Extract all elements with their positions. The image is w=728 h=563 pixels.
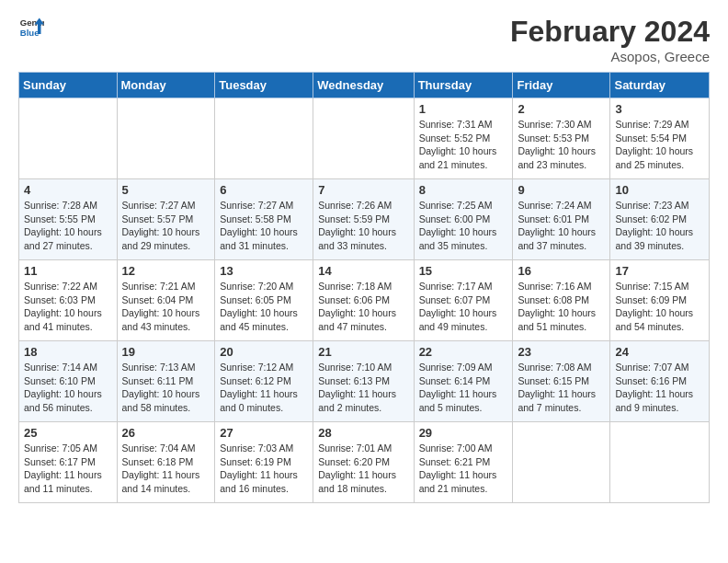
calendar-cell: 24Sunrise: 7:07 AM Sunset: 6:16 PM Dayli…: [610, 341, 710, 422]
day-info: Sunrise: 7:18 AM Sunset: 6:06 PM Dayligh…: [318, 280, 408, 334]
day-info: Sunrise: 7:16 AM Sunset: 6:08 PM Dayligh…: [518, 280, 605, 334]
day-number: 15: [419, 264, 508, 278]
calendar-cell: 20Sunrise: 7:12 AM Sunset: 6:12 PM Dayli…: [215, 341, 313, 422]
day-info: Sunrise: 7:07 AM Sunset: 6:16 PM Dayligh…: [615, 361, 704, 415]
month-year-title: February 2024: [510, 15, 710, 49]
calendar-cell: 17Sunrise: 7:15 AM Sunset: 6:09 PM Dayli…: [610, 260, 710, 341]
day-info: Sunrise: 7:00 AM Sunset: 6:21 PM Dayligh…: [419, 442, 508, 496]
calendar-cell: 14Sunrise: 7:18 AM Sunset: 6:06 PM Dayli…: [313, 260, 414, 341]
day-info: Sunrise: 7:25 AM Sunset: 6:00 PM Dayligh…: [419, 199, 508, 253]
day-info: Sunrise: 7:03 AM Sunset: 6:19 PM Dayligh…: [220, 442, 308, 496]
day-info: Sunrise: 7:23 AM Sunset: 6:02 PM Dayligh…: [615, 199, 704, 253]
day-info: Sunrise: 7:04 AM Sunset: 6:18 PM Dayligh…: [122, 442, 210, 496]
day-number: 7: [318, 183, 408, 197]
calendar-cell: 3Sunrise: 7:29 AM Sunset: 5:54 PM Daylig…: [610, 98, 710, 179]
calendar-cell: 21Sunrise: 7:10 AM Sunset: 6:13 PM Dayli…: [313, 341, 414, 422]
day-number: 17: [615, 264, 704, 278]
day-info: Sunrise: 7:30 AM Sunset: 5:53 PM Dayligh…: [518, 118, 605, 172]
calendar-cell: [610, 422, 710, 503]
calendar-cell: 19Sunrise: 7:13 AM Sunset: 6:11 PM Dayli…: [117, 341, 215, 422]
day-number: 27: [220, 426, 308, 440]
day-number: 2: [518, 102, 605, 116]
day-number: 8: [419, 183, 508, 197]
calendar-cell: [313, 98, 414, 179]
calendar-week-row: 25Sunrise: 7:05 AM Sunset: 6:17 PM Dayli…: [19, 422, 710, 503]
calendar-cell: 27Sunrise: 7:03 AM Sunset: 6:19 PM Dayli…: [215, 422, 313, 503]
day-number: 5: [122, 183, 210, 197]
day-info: Sunrise: 7:13 AM Sunset: 6:11 PM Dayligh…: [122, 361, 210, 415]
day-number: 19: [122, 345, 210, 359]
day-info: Sunrise: 7:15 AM Sunset: 6:09 PM Dayligh…: [615, 280, 704, 334]
day-info: Sunrise: 7:17 AM Sunset: 6:07 PM Dayligh…: [419, 280, 508, 334]
day-number: 3: [615, 102, 704, 116]
calendar-week-row: 4Sunrise: 7:28 AM Sunset: 5:55 PM Daylig…: [19, 179, 710, 260]
day-info: Sunrise: 7:26 AM Sunset: 5:59 PM Dayligh…: [318, 199, 408, 253]
calendar-cell: 11Sunrise: 7:22 AM Sunset: 6:03 PM Dayli…: [19, 260, 118, 341]
day-number: 4: [24, 183, 112, 197]
day-number: 22: [419, 345, 508, 359]
day-number: 14: [318, 264, 408, 278]
calendar-cell: 15Sunrise: 7:17 AM Sunset: 6:07 PM Dayli…: [414, 260, 513, 341]
calendar-cell: 8Sunrise: 7:25 AM Sunset: 6:00 PM Daylig…: [414, 179, 513, 260]
calendar-cell: 29Sunrise: 7:00 AM Sunset: 6:21 PM Dayli…: [414, 422, 513, 503]
calendar-cell: [117, 98, 215, 179]
calendar-cell: 2Sunrise: 7:30 AM Sunset: 5:53 PM Daylig…: [513, 98, 610, 179]
day-info: Sunrise: 7:09 AM Sunset: 6:14 PM Dayligh…: [419, 361, 508, 415]
svg-text:Blue: Blue: [20, 28, 40, 38]
logo: General Blue: [18, 15, 44, 40]
weekday-header: Sunday: [19, 73, 118, 98]
day-info: Sunrise: 7:10 AM Sunset: 6:13 PM Dayligh…: [318, 361, 408, 415]
weekday-header: Thursday: [414, 73, 513, 98]
calendar-cell: 23Sunrise: 7:08 AM Sunset: 6:15 PM Dayli…: [513, 341, 610, 422]
day-number: 18: [24, 345, 112, 359]
day-number: 24: [615, 345, 704, 359]
calendar-cell: 16Sunrise: 7:16 AM Sunset: 6:08 PM Dayli…: [513, 260, 610, 341]
day-info: Sunrise: 7:20 AM Sunset: 6:05 PM Dayligh…: [220, 280, 308, 334]
day-info: Sunrise: 7:22 AM Sunset: 6:03 PM Dayligh…: [24, 280, 112, 334]
calendar-cell: [513, 422, 610, 503]
calendar-cell: [215, 98, 313, 179]
calendar-cell: 12Sunrise: 7:21 AM Sunset: 6:04 PM Dayli…: [117, 260, 215, 341]
calendar-cell: 13Sunrise: 7:20 AM Sunset: 6:05 PM Dayli…: [215, 260, 313, 341]
calendar-cell: 26Sunrise: 7:04 AM Sunset: 6:18 PM Dayli…: [117, 422, 215, 503]
day-number: 6: [220, 183, 308, 197]
day-number: 28: [318, 426, 408, 440]
calendar-week-row: 1Sunrise: 7:31 AM Sunset: 5:52 PM Daylig…: [19, 98, 710, 179]
calendar-cell: 4Sunrise: 7:28 AM Sunset: 5:55 PM Daylig…: [19, 179, 118, 260]
calendar-cell: 7Sunrise: 7:26 AM Sunset: 5:59 PM Daylig…: [313, 179, 414, 260]
day-info: Sunrise: 7:29 AM Sunset: 5:54 PM Dayligh…: [615, 118, 704, 172]
day-info: Sunrise: 7:27 AM Sunset: 5:58 PM Dayligh…: [220, 199, 308, 253]
day-number: 16: [518, 264, 605, 278]
weekday-header: Tuesday: [215, 73, 313, 98]
calendar-cell: 22Sunrise: 7:09 AM Sunset: 6:14 PM Dayli…: [414, 341, 513, 422]
weekday-header: Saturday: [610, 73, 710, 98]
day-info: Sunrise: 7:12 AM Sunset: 6:12 PM Dayligh…: [220, 361, 308, 415]
weekday-header: Friday: [513, 73, 610, 98]
day-number: 23: [518, 345, 605, 359]
logo-icon: General Blue: [18, 15, 44, 40]
day-info: Sunrise: 7:21 AM Sunset: 6:04 PM Dayligh…: [122, 280, 210, 334]
calendar-cell: 25Sunrise: 7:05 AM Sunset: 6:17 PM Dayli…: [19, 422, 118, 503]
weekday-header: Monday: [117, 73, 215, 98]
day-number: 10: [615, 183, 704, 197]
calendar-week-row: 11Sunrise: 7:22 AM Sunset: 6:03 PM Dayli…: [19, 260, 710, 341]
day-info: Sunrise: 7:28 AM Sunset: 5:55 PM Dayligh…: [24, 199, 112, 253]
day-number: 21: [318, 345, 408, 359]
day-number: 11: [24, 264, 112, 278]
calendar-cell: 28Sunrise: 7:01 AM Sunset: 6:20 PM Dayli…: [313, 422, 414, 503]
day-info: Sunrise: 7:01 AM Sunset: 6:20 PM Dayligh…: [318, 442, 408, 496]
day-info: Sunrise: 7:31 AM Sunset: 5:52 PM Dayligh…: [419, 118, 508, 172]
weekday-header: Wednesday: [313, 73, 414, 98]
calendar-cell: 18Sunrise: 7:14 AM Sunset: 6:10 PM Dayli…: [19, 341, 118, 422]
day-number: 1: [419, 102, 508, 116]
calendar-table: SundayMondayTuesdayWednesdayThursdayFrid…: [18, 72, 710, 503]
calendar-cell: [19, 98, 118, 179]
day-info: Sunrise: 7:08 AM Sunset: 6:15 PM Dayligh…: [518, 361, 605, 415]
page-header: General Blue February 2024 Asopos, Greec…: [18, 15, 710, 64]
day-number: 25: [24, 426, 112, 440]
calendar-week-row: 18Sunrise: 7:14 AM Sunset: 6:10 PM Dayli…: [19, 341, 710, 422]
day-number: 13: [220, 264, 308, 278]
calendar-cell: 10Sunrise: 7:23 AM Sunset: 6:02 PM Dayli…: [610, 179, 710, 260]
location-subtitle: Asopos, Greece: [510, 49, 710, 64]
day-info: Sunrise: 7:14 AM Sunset: 6:10 PM Dayligh…: [24, 361, 112, 415]
